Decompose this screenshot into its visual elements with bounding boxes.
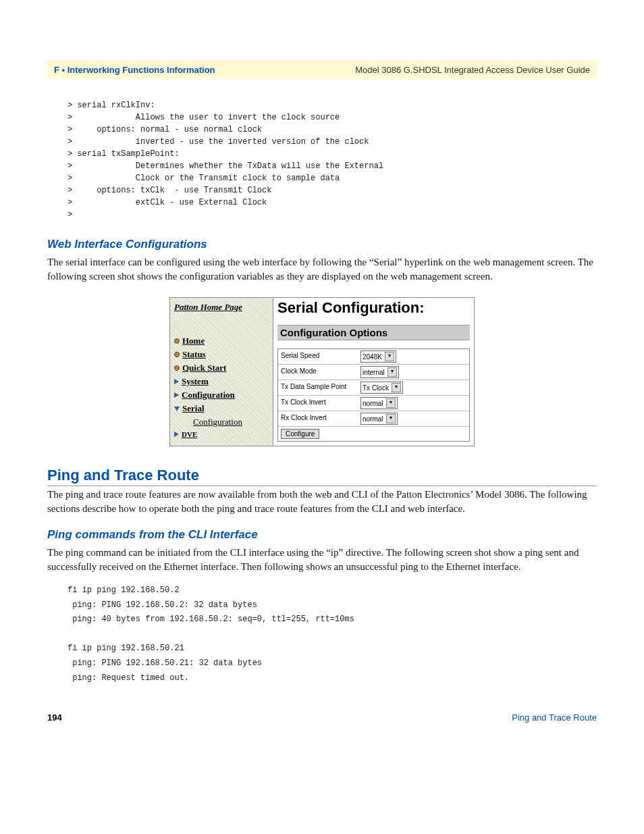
triangle-down-icon (174, 407, 180, 411)
nav-serial-configuration[interactable]: Configuration (193, 417, 269, 427)
page-header: F • Interworking Functions Information M… (47, 61, 597, 79)
heading-ping-trace: Ping and Trace Route (47, 467, 597, 486)
row-tx-sample-point: Tx Data Sample Point Tx Clock▾ (278, 380, 469, 395)
field-label: Tx Clock Invert (278, 396, 358, 411)
footer-section: Ping and Trace Route (512, 712, 597, 723)
serial-config-screenshot: Patton Home Page Home Status Quick Start… (169, 297, 475, 446)
nav-quick-start[interactable]: Quick Start (174, 363, 269, 373)
nav-label: Serial (182, 403, 205, 414)
paragraph-web-interface: The serial interface can be configured u… (47, 255, 597, 284)
bullet-icon (174, 338, 180, 344)
screenshot-subtitle: Configuration Options (277, 325, 470, 340)
select-value: internal (363, 369, 385, 376)
triangle-right-icon (174, 392, 179, 398)
cli-output-ping: fi ip ping 192.168.50.2 ping: PING 192.1… (68, 583, 597, 685)
nav-status[interactable]: Status (174, 349, 269, 360)
patton-home-link[interactable]: Patton Home Page (174, 302, 269, 313)
subheading-web-interface: Web Interface Configurations (47, 238, 597, 251)
row-rx-clock-invert: Rx Clock Invert normal▾ (278, 411, 469, 426)
nav-label: Status (182, 349, 206, 360)
nav-label: DVE (182, 430, 197, 438)
triangle-right-icon (174, 379, 179, 384)
field-label: Serial Speed (278, 349, 358, 364)
dropdown-arrow-icon: ▾ (386, 414, 396, 423)
row-configure-button: Configure (278, 426, 469, 441)
screenshot-title: Serial Configuration: (277, 299, 470, 317)
rx-clock-invert-select[interactable]: normal▾ (360, 413, 398, 425)
nav-system[interactable]: System (174, 376, 269, 387)
screenshot-sidebar: Patton Home Page Home Status Quick Start… (170, 298, 273, 446)
nav-label: Configuration (182, 390, 235, 400)
cli-output-serial: > serial rxClkInv: > Allows the user to … (68, 99, 597, 221)
nav-label: Home (182, 336, 205, 346)
nav-configuration[interactable]: Configuration (174, 390, 269, 400)
bullet-icon (174, 352, 180, 357)
page-number: 194 (47, 712, 62, 723)
select-value: normal (363, 400, 383, 407)
dropdown-arrow-icon: ▾ (387, 367, 397, 377)
screenshot-main: Serial Configuration: Configuration Opti… (273, 298, 474, 446)
nav-home[interactable]: Home (174, 336, 269, 346)
nav-label: Quick Start (182, 363, 226, 373)
nav-serial[interactable]: Serial (174, 403, 269, 414)
dropdown-arrow-icon: ▾ (385, 352, 394, 361)
header-title: Model 3086 G.SHDSL Integrated Access Dev… (355, 65, 590, 75)
field-label: Tx Data Sample Point (278, 380, 358, 395)
row-serial-speed: Serial Speed 2048K▾ (278, 349, 469, 364)
clock-mode-select[interactable]: internal▾ (360, 366, 399, 378)
tx-sample-point-select[interactable]: Tx Clock▾ (360, 382, 403, 394)
page-footer: 194 Ping and Trace Route (47, 712, 597, 723)
paragraph-ping-intro: The ping and trace route features are no… (47, 488, 597, 516)
select-value: Tx Clock (363, 384, 389, 392)
field-label: Clock Mode (278, 365, 358, 380)
dropdown-arrow-icon: ▾ (392, 383, 401, 392)
subheading-ping-cli: Ping commands from the CLI Interface (47, 528, 597, 542)
paragraph-ping-cli: The ping command can be initiated from t… (47, 546, 597, 574)
triangle-right-icon (174, 432, 179, 437)
row-tx-clock-invert: Tx Clock Invert normal▾ (278, 395, 469, 411)
bullet-icon (174, 365, 180, 371)
nav-dve[interactable]: DVE (174, 430, 269, 438)
dropdown-arrow-icon: ▾ (386, 398, 396, 408)
row-clock-mode: Clock Mode internal▾ (278, 364, 469, 380)
select-value: normal (363, 415, 383, 423)
serial-speed-select[interactable]: 2048K▾ (360, 350, 396, 363)
config-table: Serial Speed 2048K▾ Clock Mode internal▾… (277, 348, 470, 442)
header-section: F • Interworking Functions Information (54, 65, 215, 75)
select-value: 2048K (363, 353, 382, 361)
field-label: Rx Clock Invert (278, 411, 358, 426)
tx-clock-invert-select[interactable]: normal▾ (360, 397, 398, 409)
nav-label: System (182, 376, 209, 387)
configure-button[interactable]: Configure (281, 429, 319, 439)
